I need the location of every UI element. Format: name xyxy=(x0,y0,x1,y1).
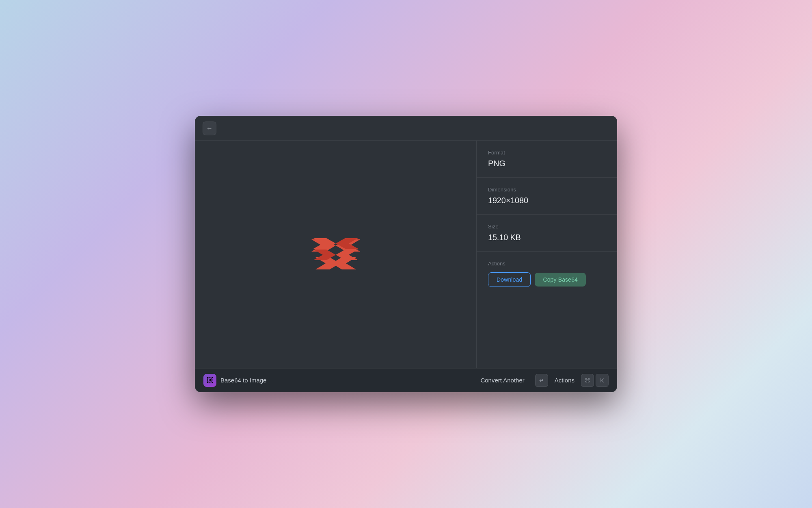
action-buttons-group: Download Copy Base64 xyxy=(488,272,605,287)
svg-marker-4 xyxy=(313,238,336,249)
back-button[interactable]: ← xyxy=(203,122,216,135)
keyboard-shortcut-group: ⌘ K xyxy=(581,374,609,387)
app-icon: 🖼 xyxy=(203,374,216,387)
enter-key-button[interactable]: ↵ xyxy=(535,374,548,387)
k-key: K xyxy=(596,374,609,387)
size-value: 15.10 KB xyxy=(488,233,605,242)
format-value: PNG xyxy=(488,159,605,168)
cmd-icon: ⌘ xyxy=(585,377,590,384)
titlebar: ← xyxy=(195,116,617,141)
main-window: ← xyxy=(195,116,617,392)
copy-base64-button[interactable]: Copy Base64 xyxy=(535,273,586,287)
content-area: Format PNG Dimensions 1920×1080 Size 15.… xyxy=(195,141,617,368)
format-section: Format PNG xyxy=(477,141,617,178)
svg-marker-7 xyxy=(336,250,358,260)
format-label: Format xyxy=(488,150,605,156)
image-preview-logo xyxy=(309,232,362,276)
k-label: K xyxy=(600,377,604,384)
svg-marker-6 xyxy=(313,250,336,260)
size-label: Size xyxy=(488,224,605,230)
svg-marker-5 xyxy=(336,238,358,249)
convert-another-button[interactable]: Convert Another xyxy=(475,373,530,387)
enter-icon: ↵ xyxy=(539,377,544,384)
bottom-actions: Convert Another ↵ Actions ⌘ K xyxy=(475,373,609,387)
dimensions-value: 1920×1080 xyxy=(488,196,605,205)
dimensions-section: Dimensions 1920×1080 xyxy=(477,178,617,215)
dimensions-label: Dimensions xyxy=(488,187,605,193)
actions-button[interactable]: Actions xyxy=(551,373,579,387)
app-name-label: Base64 to Image xyxy=(220,377,475,384)
preview-panel xyxy=(195,141,477,368)
info-panel: Format PNG Dimensions 1920×1080 Size 15.… xyxy=(477,141,617,368)
actions-section: Actions Download Copy Base64 xyxy=(477,252,617,368)
download-button[interactable]: Download xyxy=(488,272,531,287)
size-section: Size 15.10 KB xyxy=(477,215,617,252)
back-icon: ← xyxy=(206,125,213,132)
app-icon-emoji: 🖼 xyxy=(207,377,213,384)
bottom-bar: 🖼 Base64 to Image Convert Another ↵ Acti… xyxy=(195,368,617,392)
cmd-key: ⌘ xyxy=(581,374,594,387)
actions-label: Actions xyxy=(488,261,605,267)
